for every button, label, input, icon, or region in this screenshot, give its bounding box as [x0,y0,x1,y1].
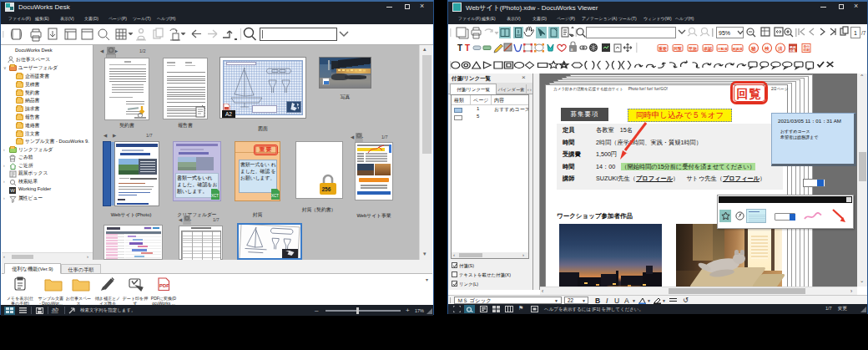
svg-text:印鑑: 印鑑 [790,48,795,53]
svg-text:至急: 至急 [688,46,698,52]
svg-text:T: T [457,43,462,53]
svg-text:回覧済: 回覧済 [718,47,729,51]
svg-text:重要: 重要 [658,46,667,52]
svg-text:承認: 承認 [703,46,713,52]
svg-text:/7: /7 [861,30,866,36]
svg-text:秘: 秘 [750,46,756,52]
svg-text:256: 256 [322,186,331,192]
svg-text:1: 1 [854,30,857,36]
svg-text:T: T [465,43,470,53]
svg-text:a: a [571,47,573,52]
svg-text:検: 検 [764,46,770,51]
svg-text:回覧: 回覧 [674,46,682,52]
svg-text:承認済: 承認済 [732,47,744,52]
svg-text:XCT: XCT [271,194,279,198]
svg-text:95%: 95% [719,30,730,36]
svg-text:XCT: XCT [211,194,219,198]
svg-text:印刷: 印刷 [804,48,810,52]
svg-text:自分: 自分 [804,44,810,48]
svg-text:PDF: PDF [159,283,169,288]
svg-text:済: 済 [777,46,783,52]
